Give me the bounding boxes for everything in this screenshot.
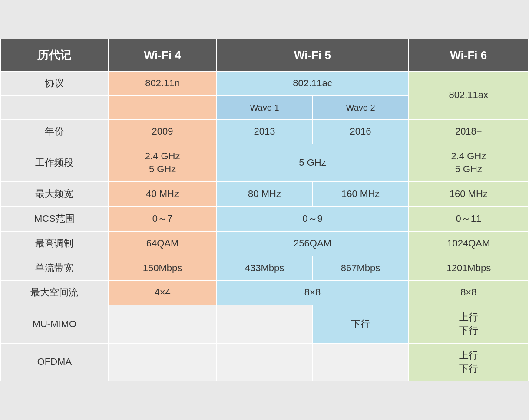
header-label: 历代记 bbox=[0, 39, 109, 71]
label-bandwidth: 最大频宽 bbox=[0, 182, 109, 207]
wave1-bandwidth: 80 MHz bbox=[216, 182, 312, 207]
header-wifi4: Wi-Fi 4 bbox=[109, 39, 217, 71]
label-mcs: MCS范围 bbox=[0, 207, 109, 231]
wifi6-spatial: 8×8 bbox=[409, 280, 529, 305]
wifi5-frequency: 5 GHz bbox=[216, 144, 408, 182]
comparison-table-wrapper: 历代记 Wi-Fi 4 Wi-Fi 5 Wi-Fi 6 协议 802.11n 8… bbox=[0, 39, 529, 382]
header-wifi6: Wi-Fi 6 bbox=[409, 39, 529, 71]
wifi4-bandwidth: 40 MHz bbox=[109, 182, 217, 207]
row-bandwidth: 最大频宽 40 MHz 80 MHz 160 MHz 160 MHz bbox=[0, 182, 529, 207]
wave1-label: Wave 1 bbox=[216, 96, 312, 119]
row-stream-bw: 单流带宽 150Mbps 433Mbps 867Mbps 1201Mbps bbox=[0, 256, 529, 281]
wifi4-spatial: 4×4 bbox=[109, 280, 217, 305]
wifi6-bandwidth: 160 MHz bbox=[409, 182, 529, 207]
wifi4-modulation: 64QAM bbox=[109, 231, 217, 256]
wifi4-year: 2009 bbox=[109, 119, 217, 144]
row-mcs: MCS范围 0～7 0～9 0～11 bbox=[0, 207, 529, 231]
wave1-stream-bw: 433Mbps bbox=[216, 256, 312, 281]
label-year: 年份 bbox=[0, 119, 109, 144]
wifi5-modulation: 256QAM bbox=[216, 231, 408, 256]
label-spatial: 最大空间流 bbox=[0, 280, 109, 305]
label-modulation: 最高调制 bbox=[0, 231, 109, 256]
wifi6-frequency: 2.4 GHz5 GHz bbox=[409, 144, 529, 182]
wifi5-mcs: 0～9 bbox=[216, 207, 408, 231]
label-protocol: 协议 bbox=[0, 71, 109, 96]
wave1-year: 2013 bbox=[216, 119, 312, 144]
wave2-stream-bw: 867Mbps bbox=[313, 256, 409, 281]
wifi6-year: 2018+ bbox=[409, 119, 529, 144]
wifi6-ofdma: 上行下行 bbox=[409, 343, 529, 381]
wave2-bandwidth: 160 MHz bbox=[313, 182, 409, 207]
row-spatial: 最大空间流 4×4 8×8 8×8 bbox=[0, 280, 529, 305]
label-protocol-empty bbox=[0, 96, 109, 119]
wifi4-frequency: 2.4 GHz5 GHz bbox=[109, 144, 217, 182]
row-frequency: 工作频段 2.4 GHz5 GHz 5 GHz 2.4 GHz5 GHz bbox=[0, 144, 529, 182]
wifi4-protocol-empty bbox=[109, 96, 217, 119]
row-ofdma: OFDMA 上行下行 bbox=[0, 343, 529, 381]
row-modulation: 最高调制 64QAM 256QAM 1024QAM bbox=[0, 231, 529, 256]
header-row: 历代记 Wi-Fi 4 Wi-Fi 5 Wi-Fi 6 bbox=[0, 39, 529, 71]
wifi5-protocol-top: 802.11ac bbox=[216, 71, 408, 96]
wifi4-protocol: 802.11n bbox=[109, 71, 217, 96]
label-mumimo: MU-MIMO bbox=[0, 305, 109, 343]
row-mumimo: MU-MIMO 下行 上行下行 bbox=[0, 305, 529, 343]
wifi6-mumimo: 上行下行 bbox=[409, 305, 529, 343]
wifi4-stream-bw: 150Mbps bbox=[109, 256, 217, 281]
wifi6-modulation: 1024QAM bbox=[409, 231, 529, 256]
wifi-comparison-table: 历代记 Wi-Fi 4 Wi-Fi 5 Wi-Fi 6 协议 802.11n 8… bbox=[0, 39, 529, 382]
wifi6-mcs: 0～11 bbox=[409, 207, 529, 231]
wave1-ofdma bbox=[216, 343, 312, 381]
wifi4-mumimo bbox=[109, 305, 217, 343]
wifi6-protocol: 802.11ax bbox=[409, 71, 529, 119]
row-protocol: 协议 802.11n 802.11ac 802.11ax bbox=[0, 71, 529, 96]
wifi6-stream-bw: 1201Mbps bbox=[409, 256, 529, 281]
wifi4-ofdma bbox=[109, 343, 217, 381]
wave2-label: Wave 2 bbox=[313, 96, 409, 119]
label-ofdma: OFDMA bbox=[0, 343, 109, 381]
row-year: 年份 2009 2013 2016 2018+ bbox=[0, 119, 529, 144]
wave2-ofdma bbox=[313, 343, 409, 381]
header-wifi5: Wi-Fi 5 bbox=[216, 39, 408, 71]
wifi4-mcs: 0～7 bbox=[109, 207, 217, 231]
wave1-mumimo bbox=[216, 305, 312, 343]
wave2-mumimo: 下行 bbox=[313, 305, 409, 343]
wave2-year: 2016 bbox=[313, 119, 409, 144]
label-stream-bw: 单流带宽 bbox=[0, 256, 109, 281]
label-frequency: 工作频段 bbox=[0, 144, 109, 182]
wifi5-spatial: 8×8 bbox=[216, 280, 408, 305]
